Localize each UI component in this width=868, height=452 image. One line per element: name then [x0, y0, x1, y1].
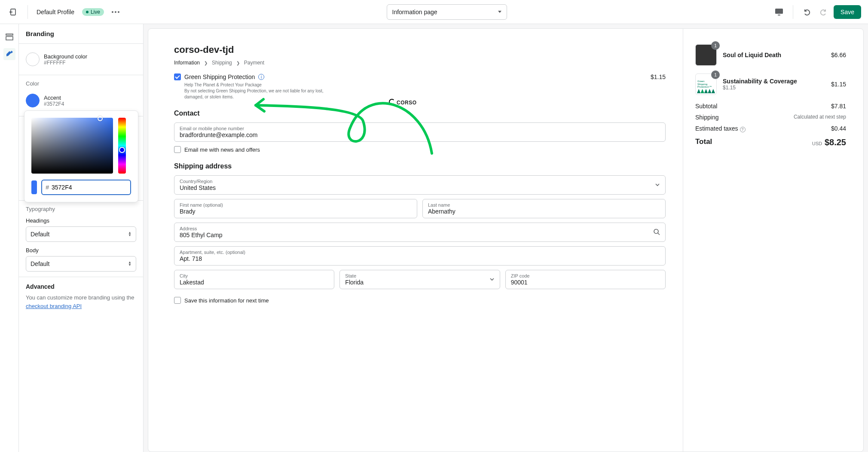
svg-rect-1	[775, 9, 783, 14]
headings-label: Headings	[26, 217, 136, 224]
chevron-down-icon	[655, 182, 660, 189]
help-icon[interactable]: ?	[740, 127, 746, 132]
chevron-down-icon	[489, 276, 495, 283]
crumb-shipping: Shipping	[212, 60, 232, 66]
tax-value: $0.44	[831, 125, 846, 132]
gsp-subtext-1: Help The Planet & Protect Your Package	[184, 82, 666, 88]
nav-rail	[0, 24, 19, 452]
typography-title: Typography	[26, 206, 136, 212]
store-title: corso-dev-tjd	[174, 44, 666, 55]
updown-icon: ▲▼	[128, 232, 131, 237]
info-icon[interactable]: i	[258, 74, 264, 80]
advanced-text: You can customize more branding using th…	[26, 293, 136, 310]
more-icon[interactable]: •••	[112, 8, 120, 16]
first-name-field[interactable]: First name (optional)	[174, 199, 417, 218]
hex-input-wrap[interactable]: #	[41, 180, 131, 195]
divider	[793, 5, 793, 19]
cart-item-price: $6.66	[831, 52, 846, 58]
cart-item: GreenShippingProtection™ 1 Sustainabilit…	[695, 73, 846, 95]
email-input[interactable]	[180, 131, 660, 138]
profile-name: Default Profile	[37, 9, 74, 15]
sections-icon[interactable]	[3, 31, 15, 43]
gsp-checkbox[interactable]	[174, 73, 181, 80]
news-checkbox-row[interactable]: Email me with news and offers	[174, 146, 666, 153]
corso-logo: CORSO	[389, 99, 417, 106]
total-currency: USD	[812, 141, 822, 146]
color-section-title: Color	[26, 80, 136, 87]
hex-prefix: #	[46, 184, 49, 191]
cart-item: 1 Soul of Liquid Death $6.66	[695, 44, 846, 66]
svg-rect-4	[6, 37, 13, 40]
divider	[28, 5, 28, 19]
crumb-information[interactable]: Information	[174, 60, 200, 66]
contact-header: Contact	[174, 110, 666, 117]
save-button[interactable]: Save	[834, 5, 861, 19]
zip-field[interactable]: ZIP code	[505, 270, 666, 289]
gsp-subtext-2: By not selecting Green Shipping Protecti…	[184, 88, 339, 100]
qty-badge: 1	[711, 70, 720, 79]
subtotal-value: $7.81	[831, 103, 846, 110]
branding-icon[interactable]	[3, 48, 15, 60]
country-select[interactable]: Country/Region United States	[174, 175, 666, 195]
save-info-checkbox[interactable]	[174, 297, 181, 304]
color-picker: #	[24, 110, 138, 202]
updown-icon: ▲▼	[128, 261, 131, 266]
address-field[interactable]: Address	[174, 223, 666, 242]
save-info-row[interactable]: Save this information for next time	[174, 297, 666, 304]
last-name-field[interactable]: Last name	[422, 199, 666, 218]
redo-icon[interactable]	[817, 6, 829, 18]
headings-select[interactable]: Default ▲▼	[26, 226, 136, 242]
background-color-row[interactable]: Background color #FFFFFF	[26, 49, 136, 70]
branding-api-link[interactable]: checkout branding API	[26, 303, 82, 309]
gsp-title: Green Shipping Protection	[184, 73, 255, 80]
caret-down-icon	[498, 11, 501, 13]
background-swatch	[26, 52, 40, 66]
total-label: Total	[695, 137, 712, 147]
branding-panel: Branding Background color #FFFFFF Color …	[19, 24, 144, 452]
panel-title: Branding	[19, 24, 143, 44]
search-icon[interactable]	[653, 228, 660, 236]
bg-color-value: #FFFFFF	[44, 60, 87, 66]
city-field[interactable]: City	[174, 270, 334, 289]
qty-badge: 1	[711, 41, 720, 50]
picker-preview-swatch	[31, 180, 37, 194]
satval-handle[interactable]	[98, 116, 103, 121]
apartment-field[interactable]: Apartment, suite, etc. (optional)	[174, 246, 666, 266]
saturation-value-area[interactable]	[31, 118, 113, 174]
page-select-label: Information page	[392, 9, 437, 15]
gsp-price: $1.15	[651, 73, 666, 80]
desktop-view-icon[interactable]	[773, 6, 785, 18]
advanced-title: Advanced	[26, 283, 136, 290]
accent-value: #3572F4	[44, 101, 64, 107]
tax-label: Estimated taxes?	[695, 125, 746, 132]
body-select[interactable]: Default ▲▼	[26, 256, 136, 272]
cart-item-price: $1.15	[831, 81, 846, 88]
state-select[interactable]: State Florida	[339, 270, 500, 289]
shipping-header: Shipping address	[174, 162, 666, 170]
svg-rect-2	[778, 15, 780, 15]
hex-input[interactable]	[52, 184, 127, 191]
live-badge: Live	[82, 8, 104, 16]
accent-color-row[interactable]: Accent #3572F4	[26, 90, 136, 111]
accent-label: Accent	[44, 95, 64, 101]
hue-slider[interactable]	[118, 118, 126, 174]
page-select[interactable]: Information page	[387, 4, 507, 20]
hue-handle[interactable]	[119, 147, 125, 153]
cart-item-sub: $1.15	[723, 85, 825, 91]
svg-rect-3	[6, 34, 13, 35]
cart-item-name: Soul of Liquid Death	[723, 52, 825, 58]
shipping-label: Shipping	[695, 114, 719, 121]
news-checkbox[interactable]	[174, 146, 181, 153]
body-label: Body	[26, 247, 136, 253]
accent-swatch	[26, 94, 40, 107]
bg-color-label: Background color	[44, 53, 87, 60]
subtotal-label: Subtotal	[695, 103, 717, 110]
cart-item-name: Sustainability & Coverage	[723, 78, 825, 85]
product-thumbnail: GreenShippingProtection™ 1	[695, 73, 717, 95]
exit-icon[interactable]	[7, 6, 19, 18]
email-field[interactable]: Email or mobile phone number	[174, 122, 666, 142]
chevron-right-icon: ❯	[236, 61, 240, 65]
undo-icon[interactable]	[801, 6, 813, 18]
total-value: $8.25	[825, 137, 846, 147]
crumb-payment: Payment	[244, 60, 264, 66]
